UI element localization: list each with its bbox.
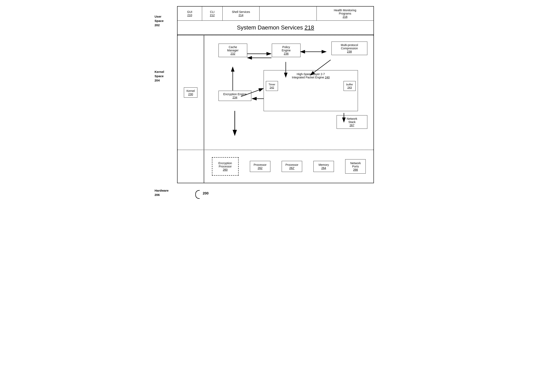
policy-name: PolicyEngine: [282, 45, 291, 52]
kernel-main: CacheManager 232 PolicyEngine 236 Multi-…: [204, 35, 373, 150]
user-space-label: UserSpace202: [155, 14, 164, 27]
shell-cell: Shell Services 214: [223, 7, 260, 21]
compression-box: Multi-protocolCompression 238: [332, 42, 367, 55]
compression-num: 238: [347, 50, 352, 53]
health-name: Health MonitoringPrograms: [334, 9, 356, 15]
buffer-num: 243: [348, 86, 352, 89]
diagram-num: 200: [203, 191, 209, 196]
memory-name: Memory: [319, 163, 329, 166]
ipe-title: High-Speed Layer 2-7Integrated Packet En…: [266, 72, 356, 79]
policy-engine-box: PolicyEngine 236: [272, 44, 300, 57]
shell-name: Shell Services: [232, 10, 250, 14]
system-daemon-num: 218: [304, 24, 314, 31]
encryption-engine-box: Encryption Engine 234: [218, 91, 251, 101]
cli-cell: CLI 212: [202, 7, 223, 21]
net-ports-name: NetworkPorts: [350, 161, 361, 168]
lower-section: Kernel 230 CacheManager 232 PolicyEngine…: [178, 35, 373, 183]
processor2-box: Processor 262': [282, 161, 302, 172]
ipe-num: 240: [325, 76, 330, 79]
cache-num: 232: [230, 52, 235, 55]
health-cell: Health MonitoringPrograms 216: [317, 7, 374, 21]
network-stack-num: 267: [349, 124, 354, 127]
health-num: 216: [343, 15, 348, 18]
kernel-box: Kernel 230: [184, 87, 197, 98]
bracket-icon: [194, 189, 202, 200]
user-space-row: GUI 210 CLI 212 Shell Services 214 Healt…: [178, 7, 373, 35]
hardware-row: EncryptionProcessor 260 Processor 262 Pr…: [178, 150, 373, 183]
timer-name: Timer: [268, 83, 275, 86]
main-box: GUI 210 CLI 212 Shell Services 214 Healt…: [177, 6, 374, 183]
compression-name: Multi-protocolCompression: [341, 43, 358, 50]
gui-cell: GUI 210: [178, 7, 202, 21]
encryption-processor-box: EncryptionProcessor 260: [212, 157, 239, 176]
cli-num: 212: [210, 14, 215, 17]
system-daemon-name: System Daemon Services: [237, 24, 303, 31]
memory-box: Memory 264: [313, 161, 334, 172]
timer-num: 242: [270, 86, 274, 89]
hardware-left: [178, 150, 204, 183]
diagram-label-200: 200: [194, 189, 209, 200]
network-stack-box: NetworkStack 267: [337, 115, 367, 129]
kernel-space-label: KernelSpace204: [155, 70, 164, 83]
gui-name: GUI: [187, 10, 192, 14]
cache-manager-box: CacheManager 232: [218, 44, 247, 57]
ipe-box: High-Speed Layer 2-7Integrated Packet En…: [264, 70, 358, 111]
network-stack-name: NetworkStack: [347, 117, 357, 124]
enc-proc-name: EncryptionProcessor: [218, 161, 232, 168]
processor1-box: Processor 262: [250, 161, 270, 172]
system-daemon-row: System Daemon Services 218: [178, 21, 373, 35]
gui-num: 210: [187, 14, 192, 17]
user-space-top: GUI 210 CLI 212 Shell Services 214 Healt…: [178, 7, 373, 21]
cache-name: CacheManager: [227, 45, 238, 52]
encryption-engine-num: 234: [232, 96, 237, 99]
encryption-engine-name: Encryption Engine: [223, 92, 246, 96]
kernel-num: 230: [188, 92, 193, 96]
timer-box: Timer 242: [266, 81, 278, 91]
shell-num: 214: [239, 14, 243, 17]
kernel-name: Kernel: [187, 89, 195, 92]
memory-num: 264: [321, 166, 326, 170]
ipe-inner: Timer 242 buffer 243: [266, 81, 356, 91]
net-ports-num: 266: [353, 168, 358, 171]
diagram-wrapper: UserSpace202 KernelSpace204 Hardware206 …: [177, 6, 374, 183]
enc-proc-num: 260: [223, 168, 228, 171]
hardware-main: EncryptionProcessor 260 Processor 262 Pr…: [204, 150, 373, 183]
empty-cell: [260, 7, 317, 21]
buffer-name: buffer: [346, 83, 353, 86]
buffer-box: buffer 243: [344, 81, 356, 91]
proc2-num: 262': [289, 166, 295, 170]
cli-name: CLI: [210, 10, 215, 14]
ipe-name: High-Speed Layer 2-7Integrated Packet En…: [292, 72, 325, 79]
proc2-name: Processor: [285, 163, 298, 166]
kernel-space-row: Kernel 230 CacheManager 232 PolicyEngine…: [178, 35, 373, 150]
proc1-name: Processor: [254, 163, 267, 166]
network-ports-box: NetworkPorts 266: [345, 159, 366, 174]
kernel-left: Kernel 230: [178, 35, 204, 150]
hardware-label: Hardware206: [155, 188, 168, 197]
policy-num: 236: [284, 52, 288, 55]
proc1-num: 262: [258, 166, 262, 170]
